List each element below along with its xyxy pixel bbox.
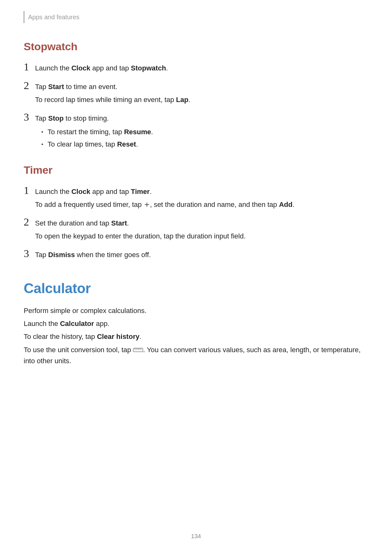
step-text: Launch the Clock app and tap Timer. xyxy=(35,186,368,197)
calculator-para: Launch the Calculator app. xyxy=(24,318,368,329)
step-number: 3 xyxy=(24,248,35,259)
calculator-para: To clear the history, tap Clear history. xyxy=(24,331,368,342)
step-number: 1 xyxy=(24,185,35,196)
step-text: Set the duration and tap Start. xyxy=(35,218,368,228)
bullet-dot-icon: • xyxy=(41,139,43,148)
step-text: Tap Stop to stop timing. xyxy=(35,113,368,123)
stopwatch-step-1: 1 Launch the Clock app and tap Stopwatch… xyxy=(24,62,368,73)
stopwatch-step-3: 3 Tap Stop to stop timing. • To restart … xyxy=(24,112,368,151)
stopwatch-step-2: 2 Tap Start to time an event. To record … xyxy=(24,80,368,105)
calculator-para: Perform simple or complex calculations. xyxy=(24,305,368,316)
heading-stopwatch: Stopwatch xyxy=(24,40,368,53)
breadcrumb: Apps and features xyxy=(24,9,368,23)
timer-step-2: 2 Set the duration and tap Start. To ope… xyxy=(24,217,368,241)
bullet-text: To restart the timing, tap Resume. xyxy=(48,127,153,137)
ruler-icon xyxy=(133,347,143,353)
step-text: To add a frequently used timer, tap , se… xyxy=(35,199,368,210)
step-number: 2 xyxy=(24,80,35,91)
step-number: 2 xyxy=(24,217,35,227)
breadcrumb-rule xyxy=(24,11,24,23)
step-number: 1 xyxy=(24,62,35,72)
page-number: 134 xyxy=(0,533,392,540)
step-text: Launch the Clock app and tap Stopwatch. xyxy=(35,63,368,73)
heading-timer: Timer xyxy=(24,164,368,176)
bullet-item: • To clear lap times, tap Reset. xyxy=(41,139,368,149)
bullet-dot-icon: • xyxy=(41,127,43,136)
step-text: Tap Start to time an event. xyxy=(35,81,368,92)
step-text: To record lap times while timing an even… xyxy=(35,94,368,105)
timer-step-3: 3 Tap Dismiss when the timer goes off. xyxy=(24,248,368,260)
heading-calculator: Calculator xyxy=(24,280,368,296)
step-text: To open the keypad to enter the duration… xyxy=(35,231,368,241)
calculator-para: To use the unit conversion tool, tap . Y… xyxy=(24,344,368,366)
step-text: Tap Dismiss when the timer goes off. xyxy=(35,250,368,260)
bullet-text: To clear lap times, tap Reset. xyxy=(48,139,138,149)
plus-icon xyxy=(144,202,150,208)
timer-step-1: 1 Launch the Clock app and tap Timer. To… xyxy=(24,185,368,210)
step-number: 3 xyxy=(24,112,35,123)
bullet-item: • To restart the timing, tap Resume. xyxy=(41,127,368,137)
breadcrumb-text: Apps and features xyxy=(28,14,79,21)
